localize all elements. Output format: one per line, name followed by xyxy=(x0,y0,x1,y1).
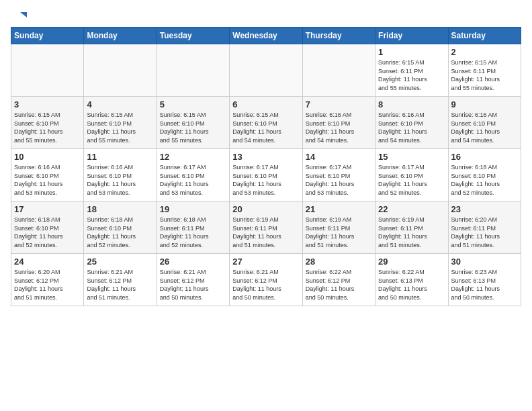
day-number: 24 xyxy=(14,257,81,267)
calendar-cell: 16Sunrise: 6:18 AM Sunset: 6:10 PM Dayli… xyxy=(448,149,521,201)
calendar-cell: 23Sunrise: 6:20 AM Sunset: 6:11 PM Dayli… xyxy=(448,201,521,254)
calendar-cell: 2Sunrise: 6:15 AM Sunset: 6:11 PM Daylig… xyxy=(448,44,521,97)
calendar-cell: 20Sunrise: 6:19 AM Sunset: 6:11 PM Dayli… xyxy=(230,201,302,254)
calendar-cell: 19Sunrise: 6:18 AM Sunset: 6:11 PM Dayli… xyxy=(157,201,229,254)
day-info: Sunrise: 6:15 AM Sunset: 6:10 PM Dayligh… xyxy=(160,111,226,144)
day-info: Sunrise: 6:16 AM Sunset: 6:10 PM Dayligh… xyxy=(451,111,518,144)
day-number: 5 xyxy=(160,99,226,109)
day-info: Sunrise: 6:17 AM Sunset: 6:10 PM Dayligh… xyxy=(232,163,299,197)
day-number: 28 xyxy=(306,257,372,267)
calendar-cell: 24Sunrise: 6:20 AM Sunset: 6:12 PM Dayli… xyxy=(11,254,84,306)
day-info: Sunrise: 6:19 AM Sunset: 6:11 PM Dayligh… xyxy=(232,216,299,249)
day-info: Sunrise: 6:16 AM Sunset: 6:10 PM Dayligh… xyxy=(87,163,153,197)
day-number: 1 xyxy=(378,47,445,57)
calendar-cell: 9Sunrise: 6:16 AM Sunset: 6:10 PM Daylig… xyxy=(448,97,521,149)
day-info: Sunrise: 6:16 AM Sunset: 6:10 PM Dayligh… xyxy=(306,111,372,144)
day-number: 4 xyxy=(87,99,153,109)
calendar-week-5: 24Sunrise: 6:20 AM Sunset: 6:12 PM Dayli… xyxy=(11,254,521,306)
calendar-cell: 25Sunrise: 6:21 AM Sunset: 6:12 PM Dayli… xyxy=(84,254,157,306)
calendar-week-3: 10Sunrise: 6:16 AM Sunset: 6:10 PM Dayli… xyxy=(11,149,521,201)
calendar-cell: 8Sunrise: 6:16 AM Sunset: 6:10 PM Daylig… xyxy=(375,97,448,149)
calendar-cell: 27Sunrise: 6:21 AM Sunset: 6:12 PM Dayli… xyxy=(230,254,302,306)
calendar-cell xyxy=(157,44,229,97)
day-info: Sunrise: 6:22 AM Sunset: 6:12 PM Dayligh… xyxy=(306,268,372,302)
calendar-cell: 30Sunrise: 6:23 AM Sunset: 6:13 PM Dayli… xyxy=(448,254,521,306)
calendar-cell: 15Sunrise: 6:17 AM Sunset: 6:10 PM Dayli… xyxy=(375,149,448,201)
day-info: Sunrise: 6:20 AM Sunset: 6:11 PM Dayligh… xyxy=(451,216,518,249)
logo xyxy=(11,11,27,21)
weekday-header-saturday: Saturday xyxy=(448,28,521,44)
calendar-cell xyxy=(230,44,302,97)
day-info: Sunrise: 6:18 AM Sunset: 6:10 PM Dayligh… xyxy=(87,216,153,249)
day-number: 10 xyxy=(14,152,81,162)
day-number: 16 xyxy=(451,152,518,162)
logo-icon xyxy=(12,11,27,26)
day-number: 22 xyxy=(378,204,445,214)
day-info: Sunrise: 6:23 AM Sunset: 6:13 PM Dayligh… xyxy=(451,268,518,302)
svg-marker-0 xyxy=(15,13,24,20)
day-number: 29 xyxy=(378,257,445,267)
calendar-cell: 22Sunrise: 6:19 AM Sunset: 6:11 PM Dayli… xyxy=(375,201,448,254)
day-number: 18 xyxy=(87,204,153,214)
day-number: 8 xyxy=(378,99,445,109)
calendar-cell: 17Sunrise: 6:18 AM Sunset: 6:10 PM Dayli… xyxy=(11,201,84,254)
day-number: 19 xyxy=(160,204,226,214)
weekday-header-row: SundayMondayTuesdayWednesdayThursdayFrid… xyxy=(11,28,521,44)
calendar-week-2: 3Sunrise: 6:15 AM Sunset: 6:10 PM Daylig… xyxy=(11,97,521,149)
day-info: Sunrise: 6:17 AM Sunset: 6:10 PM Dayligh… xyxy=(306,163,372,197)
day-number: 14 xyxy=(306,152,372,162)
day-number: 13 xyxy=(232,152,299,162)
weekday-header-wednesday: Wednesday xyxy=(230,28,302,44)
day-info: Sunrise: 6:21 AM Sunset: 6:12 PM Dayligh… xyxy=(87,268,153,302)
day-info: Sunrise: 6:18 AM Sunset: 6:11 PM Dayligh… xyxy=(160,216,226,249)
day-number: 26 xyxy=(160,257,226,267)
day-number: 15 xyxy=(378,152,445,162)
weekday-header-thursday: Thursday xyxy=(302,28,375,44)
calendar-cell: 4Sunrise: 6:15 AM Sunset: 6:10 PM Daylig… xyxy=(84,97,157,149)
calendar-cell: 7Sunrise: 6:16 AM Sunset: 6:10 PM Daylig… xyxy=(302,97,375,149)
day-info: Sunrise: 6:17 AM Sunset: 6:10 PM Dayligh… xyxy=(160,163,226,197)
calendar-cell: 11Sunrise: 6:16 AM Sunset: 6:10 PM Dayli… xyxy=(84,149,157,201)
calendar-cell: 13Sunrise: 6:17 AM Sunset: 6:10 PM Dayli… xyxy=(230,149,302,201)
calendar-cell: 28Sunrise: 6:22 AM Sunset: 6:12 PM Dayli… xyxy=(302,254,375,306)
calendar-cell: 18Sunrise: 6:18 AM Sunset: 6:10 PM Dayli… xyxy=(84,201,157,254)
weekday-header-monday: Monday xyxy=(84,28,157,44)
day-number: 23 xyxy=(451,204,518,214)
day-number: 27 xyxy=(232,257,299,267)
day-info: Sunrise: 6:18 AM Sunset: 6:10 PM Dayligh… xyxy=(451,163,518,197)
page: SundayMondayTuesdayWednesdayThursdayFrid… xyxy=(0,0,532,312)
day-number: 30 xyxy=(451,257,518,267)
day-number: 25 xyxy=(87,257,153,267)
day-info: Sunrise: 6:16 AM Sunset: 6:10 PM Dayligh… xyxy=(14,163,81,197)
day-info: Sunrise: 6:17 AM Sunset: 6:10 PM Dayligh… xyxy=(378,163,445,197)
day-info: Sunrise: 6:15 AM Sunset: 6:11 PM Dayligh… xyxy=(451,58,518,92)
calendar-cell: 12Sunrise: 6:17 AM Sunset: 6:10 PM Dayli… xyxy=(157,149,229,201)
calendar-cell: 5Sunrise: 6:15 AM Sunset: 6:10 PM Daylig… xyxy=(157,97,229,149)
calendar-table: SundayMondayTuesdayWednesdayThursdayFrid… xyxy=(11,27,521,306)
day-info: Sunrise: 6:20 AM Sunset: 6:12 PM Dayligh… xyxy=(14,268,81,302)
day-number: 21 xyxy=(306,204,372,214)
day-number: 7 xyxy=(306,99,372,109)
day-info: Sunrise: 6:15 AM Sunset: 6:11 PM Dayligh… xyxy=(378,58,445,92)
day-info: Sunrise: 6:21 AM Sunset: 6:12 PM Dayligh… xyxy=(160,268,226,302)
day-number: 17 xyxy=(14,204,81,214)
header xyxy=(11,11,521,21)
day-info: Sunrise: 6:16 AM Sunset: 6:10 PM Dayligh… xyxy=(378,111,445,144)
calendar-cell: 21Sunrise: 6:19 AM Sunset: 6:11 PM Dayli… xyxy=(302,201,375,254)
calendar-cell: 3Sunrise: 6:15 AM Sunset: 6:10 PM Daylig… xyxy=(11,97,84,149)
weekday-header-friday: Friday xyxy=(375,28,448,44)
calendar-cell xyxy=(11,44,84,97)
calendar-cell: 10Sunrise: 6:16 AM Sunset: 6:10 PM Dayli… xyxy=(11,149,84,201)
day-info: Sunrise: 6:21 AM Sunset: 6:12 PM Dayligh… xyxy=(232,268,299,302)
weekday-header-tuesday: Tuesday xyxy=(157,28,229,44)
day-number: 9 xyxy=(451,99,518,109)
calendar-cell: 1Sunrise: 6:15 AM Sunset: 6:11 PM Daylig… xyxy=(375,44,448,97)
day-info: Sunrise: 6:19 AM Sunset: 6:11 PM Dayligh… xyxy=(378,216,445,249)
day-number: 2 xyxy=(451,47,518,57)
calendar-cell: 6Sunrise: 6:15 AM Sunset: 6:10 PM Daylig… xyxy=(230,97,302,149)
calendar-cell xyxy=(302,44,375,97)
day-info: Sunrise: 6:19 AM Sunset: 6:11 PM Dayligh… xyxy=(306,216,372,249)
day-info: Sunrise: 6:15 AM Sunset: 6:10 PM Dayligh… xyxy=(14,111,81,144)
svg-marker-1 xyxy=(20,12,27,17)
day-number: 11 xyxy=(87,152,153,162)
